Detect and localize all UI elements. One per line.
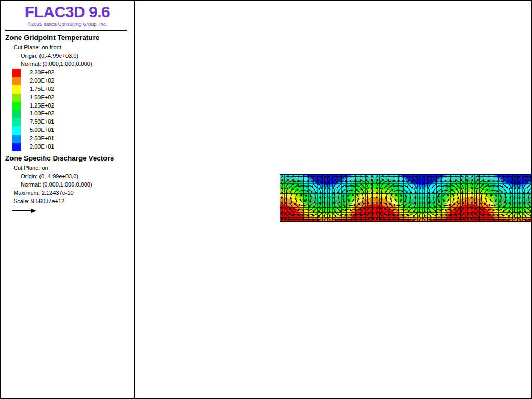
colorbar-swatch — [12, 77, 21, 85]
colorbar-swatch — [12, 94, 21, 102]
legend-detail-line: Maximum: 2.12437e-10 — [1, 189, 134, 197]
discharge-details: Cut Plane: onOrigin: (0,-4.99e+03,0)Norm… — [1, 164, 134, 205]
legend-detail-line: Cut Plane: on front — [1, 43, 134, 51]
colorbar-row: 1.25E+02 — [12, 102, 134, 110]
colorbar-label: 2.00E+01 — [30, 143, 54, 151]
legend-panel: FLAC3D 9.6 ©2025 Itasca Consulting Group… — [1, 1, 135, 398]
temperature-colorbar: 2.20E+022.00E+021.75E+021.50E+021.25E+02… — [12, 69, 134, 151]
colorbar-swatch — [12, 126, 21, 135]
app-title: FLAC3D 9.6 — [1, 3, 134, 21]
copyright-text: ©2025 Itasca Consulting Group, Inc. — [1, 21, 134, 27]
colorbar-label: 5.00E+01 — [30, 126, 54, 135]
legend-detail-line: Normal: (0.000,1.000,0.000) — [1, 60, 134, 68]
colorbar-label: 2.50E+01 — [30, 135, 54, 143]
colorbar-row: 2.20E+02 — [12, 69, 134, 77]
colorbar-row: 1.50E+02 — [12, 94, 134, 102]
colorbar-label: 7.50E+01 — [30, 118, 54, 126]
colorbar-label: 2.00E+02 — [30, 77, 54, 85]
colorbar-row: 5.00E+01 — [12, 126, 134, 135]
colorbar-label: 1.50E+02 — [30, 94, 54, 102]
colorbar-swatch — [12, 135, 21, 143]
model-view-canvas[interactable] — [280, 174, 532, 222]
legend-detail-line: Origin: (0,-4.99e+03,0) — [1, 172, 134, 180]
legend-section-discharge: Zone Specific Discharge Vectors Cut Plan… — [1, 154, 134, 214]
legend-detail-line: Cut Plane: on — [1, 164, 134, 172]
discharge-heading: Zone Specific Discharge Vectors — [5, 154, 134, 162]
colorbar-label: 1.25E+02 — [30, 102, 54, 110]
colorbar-row: 2.00E+01 — [12, 143, 134, 151]
vector-scale-arrow-icon — [12, 208, 36, 214]
temperature-details: Cut Plane: on frontOrigin: (0,-4.99e+03,… — [1, 43, 134, 68]
legend-detail-line: Origin: (0,-4.99e+03,0) — [1, 51, 134, 60]
colorbar-swatch — [12, 69, 21, 77]
legend-detail-line: Normal: (0.000,1.000,0.000) — [1, 180, 134, 189]
colorbar-row: 7.50E+01 — [12, 118, 134, 126]
colorbar-label: 2.20E+02 — [30, 69, 54, 77]
legend-separator — [5, 30, 127, 31]
model-viewport — [136, 1, 531, 398]
colorbar-swatch — [12, 118, 21, 126]
colorbar-label: 1.75E+02 — [30, 85, 54, 94]
temperature-heading: Zone Gridpoint Temperature — [5, 34, 134, 42]
legend-detail-line: Scale: 9.56037e+12 — [1, 197, 134, 205]
colorbar-row: 1.75E+02 — [12, 85, 134, 94]
colorbar-swatch — [12, 143, 21, 151]
colorbar-row: 1.00E+02 — [12, 110, 134, 118]
legend-section-temperature: Zone Gridpoint Temperature Cut Plane: on… — [1, 34, 134, 151]
colorbar-swatch — [12, 102, 21, 110]
colorbar-row: 2.50E+01 — [12, 135, 134, 143]
colorbar-swatch — [12, 85, 21, 94]
colorbar-row: 2.00E+02 — [12, 77, 134, 85]
flac3d-window: FLAC3D 9.6 ©2025 Itasca Consulting Group… — [0, 0, 532, 399]
colorbar-label: 1.00E+02 — [30, 110, 54, 118]
colorbar-swatch — [12, 110, 21, 118]
